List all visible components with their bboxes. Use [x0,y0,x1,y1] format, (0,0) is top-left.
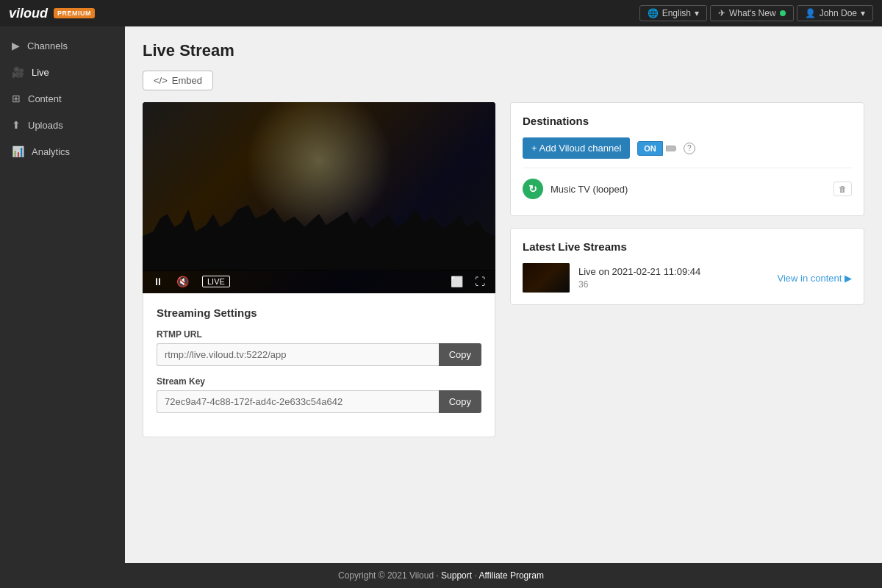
page-title: Live Stream [143,41,864,60]
sidebar-label-analytics: Analytics [32,146,70,157]
destinations-controls: + Add Viloud channel ON ? [523,137,852,159]
footer-support-link[interactable]: Support [441,570,472,581]
rtmp-input[interactable] [157,343,439,366]
view-in-content-link[interactable]: View in content ▶ [777,273,852,284]
topnav-left: viloud PREMIUM [9,6,95,21]
stream-item: Live on 2021-02-21 11:09:44 36 View in c… [523,263,852,293]
stream-count: 36 [578,279,768,290]
rtmp-row: Copy [157,343,481,366]
destination-item: ↻ Music TV (looped) 🗑 [523,174,852,204]
sidebar-item-uploads[interactable]: ⬆ Uploads [0,112,125,138]
content-area: Live Stream </> Embed ⏸ 🔇 LIVE [125,26,882,563]
stream-key-input[interactable] [157,390,439,413]
destination-channel-name: Music TV (looped) [551,184,826,195]
video-player: ⏸ 🔇 LIVE ⬜ ⛶ [143,102,495,293]
destinations-divider [523,168,852,168]
stream-key-copy-button[interactable]: Copy [439,390,481,413]
content-icon: ⊞ [12,93,21,104]
embed-code-icon: </> [154,75,168,86]
premium-badge: PREMIUM [54,8,95,18]
toggle-off[interactable] [666,146,676,151]
sidebar: ▶ Channels 🎥 Live ⊞ Content ⬆ Uploads 📊 … [0,26,125,563]
rtmp-copy-button[interactable]: Copy [439,343,481,366]
navigation-icon: ✈ [718,8,725,18]
right-column: Destinations + Add Viloud channel ON ? ↻… [510,102,864,437]
mute-button[interactable]: 🔇 [173,274,192,289]
sidebar-label-content: Content [28,93,62,104]
channels-icon: ▶ [12,40,20,51]
help-icon[interactable]: ? [684,143,695,154]
notification-dot [780,10,786,16]
stream-key-label: Stream Key [157,376,481,387]
logo: viloud [9,6,48,21]
toggle-on[interactable]: ON [637,141,663,156]
footer-affiliate-link[interactable]: Affiliate Program [478,570,543,581]
latest-streams-card: Latest Live Streams Live on 2021-02-21 1… [510,228,864,305]
stream-title: Live on 2021-02-21 11:09:44 [578,266,768,277]
streaming-settings: Streaming Settings RTMP URL Copy Stream … [143,293,495,437]
embed-label: Embed [172,75,202,86]
sidebar-label-uploads: Uploads [28,120,63,131]
settings-title: Streaming Settings [157,306,481,319]
destination-channel-icon: ↻ [523,179,543,199]
whats-new-label: What's New [729,8,776,18]
pause-button[interactable]: ⏸ [150,274,166,289]
stream-thumbnail [523,263,570,293]
rtmp-label: RTMP URL [157,329,481,340]
video-controls: ⏸ 🔇 LIVE ⬜ ⛶ [143,270,495,293]
language-label: English [662,8,691,18]
add-viloud-channel-button[interactable]: + Add Viloud channel [523,137,630,159]
globe-icon: 🌐 [648,8,659,18]
live-icon: 🎥 [12,66,24,78]
uploads-icon: ⬆ [12,119,21,131]
embed-button[interactable]: </> Embed [143,71,213,90]
stream-key-row: Copy [157,390,481,413]
chevron-down-icon: ▾ [861,8,865,18]
destinations-card: Destinations + Add Viloud channel ON ? ↻… [510,102,864,216]
controls-right: ⬜ ⛶ [448,274,488,289]
main-wrapper: ▶ Channels 🎥 Live ⊞ Content ⬆ Uploads 📊 … [0,26,882,563]
topnav-right: 🌐 English ▾ ✈ What's New 👤 John Doe ▾ [639,5,873,21]
live-badge: LIVE [202,276,230,287]
sidebar-item-analytics[interactable]: 📊 Analytics [0,138,125,165]
user-menu-button[interactable]: 👤 John Doe ▾ [797,5,873,21]
latest-streams-title: Latest Live Streams [523,240,852,253]
footer: Copyright © 2021 Viloud · Support · Affi… [0,563,882,588]
chevron-down-icon: ▾ [695,8,699,18]
sidebar-item-channels[interactable]: ▶ Channels [0,32,125,59]
trash-icon: 🗑 [839,184,847,193]
fullscreen-button[interactable]: ⛶ [472,274,488,289]
user-icon: 👤 [805,8,816,18]
two-col-layout: ⏸ 🔇 LIVE ⬜ ⛶ Streaming Settings RTMP URL [143,102,864,437]
stream-info: Live on 2021-02-21 11:09:44 36 [578,266,768,290]
whats-new-button[interactable]: ✈ What's New [710,5,794,21]
stream-key-field-group: Stream Key Copy [157,376,481,413]
topnav: viloud PREMIUM 🌐 English ▾ ✈ What's New … [0,0,882,26]
sidebar-label-channels: Channels [27,40,68,51]
analytics-icon: 📊 [12,146,24,157]
toggle-container: ON [637,141,676,156]
footer-copyright: Copyright © 2021 Viloud · [338,570,441,581]
pip-button[interactable]: ⬜ [448,274,466,289]
stream-thumb-bg [523,263,570,293]
sidebar-label-live: Live [32,67,49,78]
rtmp-field-group: RTMP URL Copy [157,329,481,366]
destinations-title: Destinations [523,115,852,127]
user-label: John Doe [820,8,857,18]
sidebar-item-live[interactable]: 🎥 Live [0,59,125,85]
language-button[interactable]: 🌐 English ▾ [639,5,707,21]
sidebar-item-content[interactable]: ⊞ Content [0,85,125,112]
left-column: ⏸ 🔇 LIVE ⬜ ⛶ Streaming Settings RTMP URL [143,102,495,437]
destination-delete-button[interactable]: 🗑 [833,182,852,196]
